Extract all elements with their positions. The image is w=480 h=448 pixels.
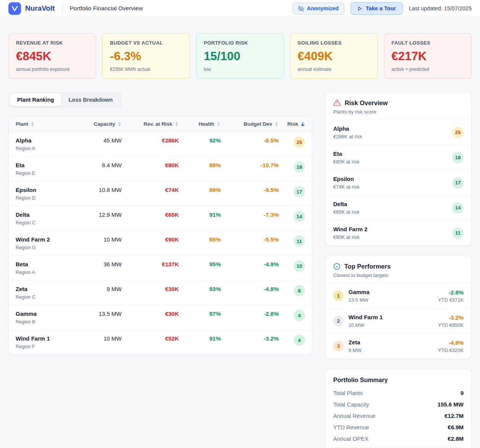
plant-ranking-table: PlantCapacityRev. at RiskHealthBudget De…: [8, 116, 312, 355]
table-row-beta[interactable]: BetaRegion A36 MW€137K95%-4.9%10: [9, 256, 312, 280]
performer-item-gamma: 1Gamma13.5 MW-2.8%YTD €571K: [326, 283, 471, 309]
table-row-wind-farm-2[interactable]: Wind Farm 2Region G10 MW€90K85%-5.5%11: [9, 231, 312, 256]
risk-cell: 18: [279, 161, 305, 173]
sort-desc-icon: [300, 122, 305, 127]
anonymized-toggle[interactable]: Anonymized: [292, 3, 344, 14]
kpi-value: -6.3%: [110, 50, 182, 63]
tab-plant-ranking[interactable]: Plant Ranking: [10, 93, 61, 106]
rev-at-risk-cell: €90K: [122, 235, 179, 243]
risk-overview-subtitle: Plants by risk score: [333, 109, 464, 115]
tab-loss-breakdown[interactable]: Loss Breakdown: [61, 93, 120, 106]
risk-cell: 8: [279, 285, 305, 296]
risk-item-text: Wind Farm 2€90K at risk: [333, 226, 368, 240]
summary-label: YTD Revenue: [333, 424, 369, 430]
column-header-health[interactable]: Health: [179, 121, 221, 127]
column-header-capacity[interactable]: Capacity: [79, 121, 122, 127]
health-cell: 85%: [179, 235, 221, 243]
portfolio-summary-rows: Total Plants9Total Capacity155.6 MWAnnua…: [333, 390, 464, 442]
risk-badge: 11: [294, 235, 305, 247]
risk-item-sub: €286K at risk: [333, 134, 362, 140]
top-performers-list: 1Gamma13.5 MW-2.8%YTD €571K2Wind Farm 11…: [326, 283, 471, 358]
column-header-rev-at-risk[interactable]: Rev. at Risk: [122, 121, 179, 127]
risk-item-name: Epsilon: [333, 175, 360, 182]
budget-dev-cell: -2.8%: [221, 310, 279, 317]
plant-cell: BetaRegion A: [16, 260, 79, 275]
summary-row-ytd-revenue: YTD Revenue€6.9M: [333, 424, 464, 430]
plant-name: Wind Farm 1: [16, 335, 79, 342]
budget-dev-cell: -8.5%: [221, 136, 279, 144]
table-row-delta[interactable]: DeltaRegion C12.9 MW€65K91%-7.3%14: [9, 206, 312, 231]
table-row-gamma[interactable]: GammaRegion B13.5 MW€30K97%-2.8%4: [9, 305, 312, 330]
kpi-label: FAULT LOSSES: [392, 40, 464, 46]
risk-list-item-delta: Delta€65K at risk14: [326, 195, 471, 221]
risk-cell: 11: [279, 235, 305, 247]
performer-ytd: YTD €320K: [438, 347, 464, 353]
budget-dev-cell: -9.5%: [221, 186, 279, 194]
capacity-cell: 13.5 MW: [79, 310, 122, 317]
top-performers-card: Top Performers Closest to budget targets…: [325, 256, 472, 359]
kpi-subtitle: annual estimate: [298, 67, 370, 72]
anonymized-label: Anonymized: [307, 5, 339, 11]
plant-name: Eta: [16, 162, 79, 169]
performer-text: Gamma13.5 MW: [348, 288, 369, 303]
risk-badge: 10: [294, 260, 305, 272]
health-cell: 95%: [179, 260, 221, 268]
performer-deviation: -2.8%: [438, 289, 464, 296]
health-cell: 93%: [179, 285, 221, 293]
performer-values: -3.2%YTD €850K: [438, 314, 464, 328]
column-header-risk[interactable]: Risk: [279, 121, 305, 127]
summary-value: €2.8M: [448, 435, 464, 442]
column-header-budget-dev[interactable]: Budget Dev: [221, 121, 279, 127]
column-header-plant[interactable]: Plant: [16, 121, 79, 127]
kpi-label: SOILING LOSSES: [298, 40, 370, 46]
plant-region: Region B: [16, 319, 79, 325]
table-row-eta[interactable]: EtaRegion E8.4 MW€80K88%-10.7%18: [9, 157, 312, 181]
column-label: Plant: [16, 121, 28, 127]
rev-at-risk-cell: €52K: [122, 334, 179, 342]
risk-item-text: Epsilon€74K at risk: [333, 175, 360, 190]
risk-item-sub: €74K at risk: [333, 184, 360, 190]
plant-region: Region A: [16, 146, 79, 152]
performer-values: -4.8%YTD €320K: [438, 339, 464, 353]
table-row-wind-farm-1[interactable]: Wind Farm 1Region F10 MW€52K91%-3.2%4: [9, 330, 312, 354]
plant-region: Region A: [16, 270, 79, 275]
table-row-alpha[interactable]: AlphaRegion A45 MW€286K92%-8.5%25: [9, 132, 312, 157]
plant-name: Gamma: [16, 310, 79, 317]
budget-dev-cell: -7.3%: [221, 211, 279, 218]
check-circle-icon: [333, 263, 340, 270]
kpi-card-revenue-at-risk: REVENUE AT RISK€845Kannual portfolio exp…: [8, 33, 96, 79]
top-performers-title: Top Performers: [344, 263, 391, 270]
kpi-subtitle: annual portfolio exposure: [16, 67, 88, 72]
take-a-tour-button[interactable]: Take a Tour: [350, 2, 403, 15]
risk-item-sub: €65K at risk: [333, 209, 360, 215]
table-row-epsilon[interactable]: EpsilonRegion D10.8 MW€74K89%-9.5%17: [9, 181, 312, 206]
risk-item-text: Alpha€286K at risk: [333, 125, 362, 140]
risk-score-badge: 25: [452, 127, 464, 138]
summary-value: €12.7M: [445, 413, 464, 419]
kpi-value: €409K: [298, 50, 370, 63]
performer-capacity: 13.5 MW: [348, 297, 369, 303]
column-label: Capacity: [94, 121, 115, 127]
kpi-label: BUDGET VS ACTUAL: [110, 40, 182, 46]
risk-item-sub: €90K at risk: [333, 234, 368, 240]
budget-dev-cell: -10.7%: [221, 161, 279, 169]
kpi-card-soiling-losses: SOILING LOSSES€409Kannual estimate: [290, 33, 378, 79]
table-header-row: PlantCapacityRev. at RiskHealthBudget De…: [9, 117, 312, 132]
risk-item-name: Delta: [333, 200, 360, 208]
risk-item-name: Wind Farm 2: [333, 226, 368, 233]
risk-badge: 8: [294, 285, 305, 296]
rank-badge: 3: [333, 341, 344, 351]
performer-text: Wind Farm 110 MW: [348, 314, 383, 328]
summary-label: Total Plants: [333, 390, 363, 396]
performer-capacity: 10 MW: [348, 322, 383, 328]
plant-region: Region D: [16, 195, 79, 201]
plant-name: Wind Farm 2: [16, 236, 79, 243]
table-row-zeta[interactable]: ZetaRegion C9 MW€30K93%-4.8%8: [9, 280, 312, 305]
kpi-label: PORTFOLIO RISK: [204, 40, 276, 46]
risk-cell: 17: [279, 186, 305, 197]
sort-icon: [217, 122, 221, 127]
column-label: Budget Dev: [244, 121, 272, 127]
health-cell: 91%: [179, 211, 221, 218]
page-title: Portfolio Financial Overview: [70, 5, 143, 12]
risk-badge: 14: [294, 211, 305, 222]
